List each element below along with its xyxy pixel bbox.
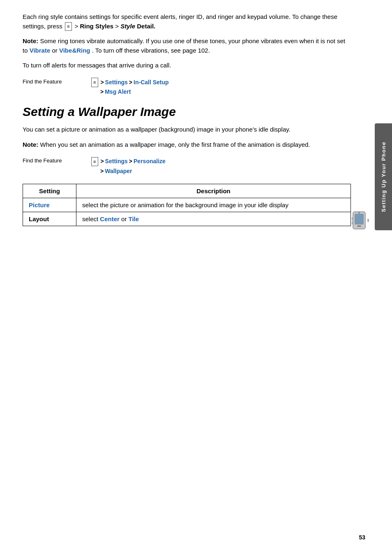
para5-text: When you set an animation as a wallpaper… bbox=[40, 141, 310, 148]
ff1-settings: Settings bbox=[105, 78, 128, 88]
tile-link: Tile bbox=[129, 215, 139, 222]
table-header-row: Setting Description bbox=[23, 184, 351, 198]
menu-icon-1: ≡ bbox=[65, 22, 72, 31]
ff1-msgalert: Msg Alert bbox=[105, 87, 131, 97]
paragraph-3: To turn off alerts for messages that arr… bbox=[23, 61, 351, 70]
svg-rect-5 bbox=[352, 221, 353, 224]
find-feature-2-line2: > Wallpaper bbox=[100, 167, 166, 176]
find-feature-1-line2: > Msg Alert bbox=[100, 87, 169, 97]
ff2-gt2: > bbox=[129, 157, 132, 167]
page-number: 53 bbox=[359, 534, 365, 541]
table-row1-setting: Picture bbox=[23, 198, 76, 212]
svg-rect-6 bbox=[367, 219, 369, 222]
note-label-1: Note: bbox=[23, 37, 38, 44]
para1-path-gt: > bbox=[74, 23, 80, 30]
table-row1-description: select the picture or animation for the … bbox=[76, 198, 351, 212]
paragraph-1: Each ring style contains settings for sp… bbox=[23, 12, 351, 31]
find-feature-1-label: Find the Feature bbox=[23, 78, 90, 85]
find-feature-1-line1: ≡ > Settings > In-Call Setup bbox=[90, 78, 169, 88]
layout-desc-before: select bbox=[82, 215, 100, 222]
side-tab: Setting Up Your Phone bbox=[375, 123, 392, 230]
phone-icon bbox=[350, 210, 372, 232]
side-tab-text: Setting Up Your Phone bbox=[380, 141, 387, 212]
vibrate-link: Vibrate bbox=[30, 47, 51, 54]
table-col1-header: Setting bbox=[23, 184, 76, 198]
ff2-gt1: > bbox=[100, 157, 104, 167]
ff1-gt1: > bbox=[100, 78, 104, 88]
ff1-gt2: > bbox=[129, 78, 132, 88]
menu-icon-ff2: ≡ bbox=[91, 157, 98, 167]
center-link: Center bbox=[100, 215, 120, 222]
svg-rect-1 bbox=[355, 214, 364, 224]
page-wrapper: Each ring style contains settings for sp… bbox=[0, 0, 392, 553]
para2-or: or bbox=[52, 47, 59, 54]
find-feature-2-path: ≡ > Settings > Personalize > Wallpaper bbox=[90, 157, 166, 176]
ff1-incallsetup: In-Call Setup bbox=[134, 78, 169, 88]
ff2-personalize: Personalize bbox=[134, 157, 166, 167]
layout-desc-mid: or bbox=[120, 215, 129, 222]
ff2-wallpaper: Wallpaper bbox=[105, 167, 132, 176]
ff1-l2-gt: > bbox=[100, 87, 104, 97]
table-row: Picture select the picture or animation … bbox=[23, 198, 351, 212]
menu-icon-ff1: ≡ bbox=[91, 78, 98, 87]
svg-point-3 bbox=[358, 212, 360, 214]
section-title: Setting a Wallpaper Image bbox=[23, 104, 351, 119]
table-col2-header: Description bbox=[76, 184, 351, 198]
svg-rect-2 bbox=[357, 225, 361, 227]
find-feature-2-label: Find the Feature bbox=[23, 157, 90, 164]
ff2-settings: Settings bbox=[105, 157, 128, 167]
table-row2-description: select Center or Tile bbox=[76, 212, 351, 226]
paragraph-5: Note: When you set an animation as a wal… bbox=[23, 140, 351, 150]
find-feature-2-row: Find the Feature ≡ > Settings > Personal… bbox=[23, 157, 351, 176]
table-row2-setting: Layout bbox=[23, 212, 76, 226]
para4-text: You can set a picture or animation as a … bbox=[23, 126, 291, 133]
find-feature-1-row: Find the Feature ≡ > Settings > In-Call … bbox=[23, 78, 351, 97]
para2-rest: . To turn off these vibrations, see page… bbox=[92, 47, 210, 54]
vibering-link: Vibe&Ring bbox=[59, 47, 90, 54]
svg-rect-4 bbox=[352, 217, 353, 220]
para1-gt2: > bbox=[115, 23, 120, 30]
style-detail-italic: Style Detail. bbox=[120, 23, 155, 30]
para3-text: To turn off alerts for messages that arr… bbox=[23, 62, 171, 69]
find-feature-1-path: ≡ > Settings > In-Call Setup > Msg Alert bbox=[90, 78, 169, 97]
table-row: Layout select Center or Tile bbox=[23, 212, 351, 226]
find-feature-2-line1: ≡ > Settings > Personalize bbox=[90, 157, 166, 167]
paragraph-4: You can set a picture or animation as a … bbox=[23, 125, 351, 134]
ff2-l2-gt: > bbox=[100, 167, 104, 176]
settings-table: Setting Description Picture select the p… bbox=[23, 184, 351, 226]
phone-svg bbox=[350, 210, 372, 232]
ring-styles-link: Ring Styles bbox=[80, 23, 113, 30]
main-content: Each ring style contains settings for sp… bbox=[23, 0, 351, 226]
note-label-2: Note: bbox=[23, 141, 38, 148]
paragraph-2: Note: Some ring tones vibrate automatica… bbox=[23, 37, 351, 55]
